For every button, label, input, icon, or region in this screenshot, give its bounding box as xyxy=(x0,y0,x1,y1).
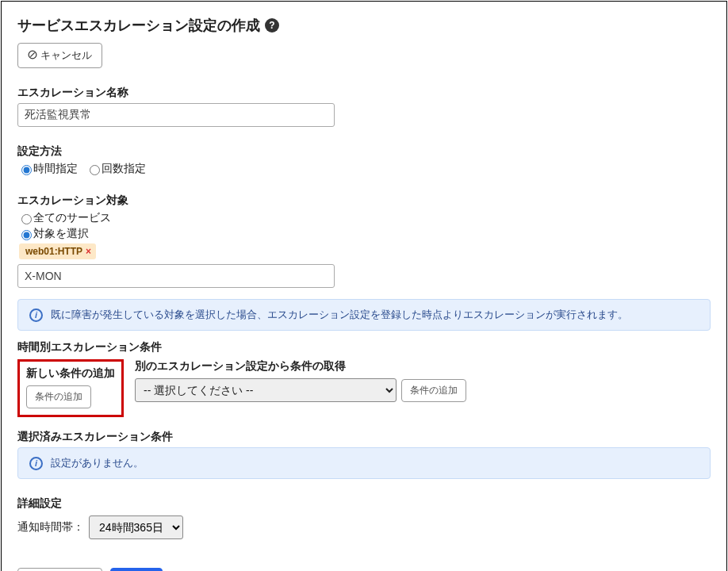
notify-time-select[interactable]: 24時間365日 xyxy=(89,515,183,539)
setting-method-count-radio[interactable] xyxy=(90,165,100,175)
target-select[interactable]: 対象を選択 xyxy=(17,227,89,241)
setting-method-time-radio[interactable] xyxy=(21,165,32,175)
svg-line-1 xyxy=(30,52,34,56)
info-icon: i xyxy=(29,308,43,322)
advanced-label: 詳細設定 xyxy=(17,496,711,511)
notify-time-label: 通知時間帯： xyxy=(17,520,84,535)
info-icon-2: i xyxy=(29,457,43,470)
setting-method-count[interactable]: 回数指定 xyxy=(86,162,146,176)
new-condition-label: 新しい条件の追加 xyxy=(26,366,115,381)
target-search-input[interactable] xyxy=(17,264,335,288)
target-select-label: 対象を選択 xyxy=(33,227,89,241)
escalation-name-input[interactable] xyxy=(17,103,335,127)
add-condition-label: 条件の追加 xyxy=(35,390,82,404)
target-select-radio[interactable] xyxy=(21,230,32,240)
target-all[interactable]: 全てのサービス xyxy=(17,211,111,225)
page-title-text: サービスエスカレーション設定の作成 xyxy=(17,16,260,35)
setting-method-label: 設定方法 xyxy=(17,144,711,159)
page-title: サービスエスカレーション設定の作成 ? xyxy=(17,16,711,35)
cancel-icon xyxy=(28,50,37,62)
info-existing-fault: i 既に障害が発生している対象を選択した場合、エスカレーション設定を登録した時点… xyxy=(17,299,711,331)
add-condition-button[interactable]: 条件の追加 xyxy=(26,385,91,408)
help-icon[interactable]: ? xyxy=(265,18,279,33)
new-condition-highlight: 新しい条件の追加 条件の追加 xyxy=(17,359,124,417)
create-button[interactable]: ✓ 作成 xyxy=(110,568,163,571)
escalation-name-label: エスカレーション名称 xyxy=(17,86,711,100)
setting-method-count-label: 回数指定 xyxy=(102,162,146,176)
cancel-button-bottom[interactable]: キャンセル xyxy=(17,568,102,571)
selected-conditions-empty-text: 設定がありません。 xyxy=(51,456,144,470)
conditions-section-label: 時間別エスカレーション条件 xyxy=(17,340,711,354)
target-all-label: 全てのサービス xyxy=(33,211,111,225)
target-tag-label: web01:HTTP xyxy=(25,246,82,257)
escalation-target-label: エスカレーション対象 xyxy=(17,194,711,208)
add-condition-label-2: 条件の追加 xyxy=(410,384,458,397)
add-condition-button-2[interactable]: 条件の追加 xyxy=(401,379,466,402)
info-existing-text: 既に障害が発生している対象を選択した場合、エスカレーション設定を登録した時点より… xyxy=(51,308,628,322)
setting-method-time[interactable]: 時間指定 xyxy=(17,162,78,176)
selected-conditions-empty: i 設定がありません。 xyxy=(17,447,711,479)
copy-condition-label: 別のエスカレーション設定から条件の取得 xyxy=(135,359,466,374)
cancel-button-top[interactable]: キャンセル xyxy=(17,43,102,68)
setting-method-time-label: 時間指定 xyxy=(33,162,78,176)
selected-conditions-label: 選択済みエスカレーション条件 xyxy=(17,430,711,444)
target-all-radio[interactable] xyxy=(21,214,32,224)
tag-remove-icon[interactable]: × xyxy=(86,246,91,257)
cancel-label: キャンセル xyxy=(40,48,92,63)
copy-condition-select[interactable]: -- 選択してください -- xyxy=(135,378,397,402)
target-tag: web01:HTTP × xyxy=(19,243,96,259)
